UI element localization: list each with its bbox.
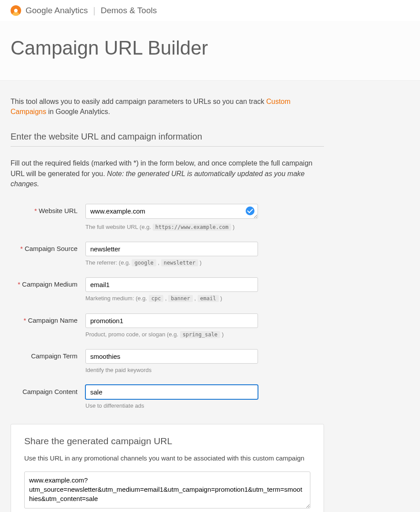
generated-url-textarea[interactable]	[24, 471, 310, 508]
campaign-name-input[interactable]	[85, 313, 258, 328]
campaign-source-label: *Campaign Source	[11, 242, 85, 252]
campaign-name-label: *Campaign Name	[11, 313, 85, 324]
app-header: Google Analytics | Demos & Tools	[0, 0, 420, 21]
section-heading: Enter the website URL and campaign infor…	[11, 132, 324, 147]
campaign-medium-label: *Campaign Medium	[11, 277, 85, 288]
instructions-text: Fill out the required fields (marked wit…	[11, 158, 324, 189]
campaign-medium-hint: Marketing medium: (e.g. cpc , banner , e…	[85, 295, 258, 302]
brand-separator: |	[93, 6, 96, 16]
campaign-term-label: Campaign Term	[11, 349, 85, 360]
title-area: Campaign URL Builder	[0, 21, 420, 81]
campaign-content-label: Campaign Content	[11, 385, 85, 395]
intro-text: This tool allows you to easily add campa…	[11, 96, 324, 117]
share-box: Share the generated campaign URL Use thi…	[11, 424, 324, 512]
brand-subtitle: Demos & Tools	[101, 6, 157, 15]
campaign-term-hint: Identify the paid keywords	[85, 366, 258, 374]
page-title: Campaign URL Builder	[11, 37, 409, 59]
website-url-input[interactable]	[85, 204, 258, 219]
campaign-medium-input[interactable]	[85, 277, 258, 292]
website-url-label: *Website URL	[11, 204, 85, 214]
share-desc: Use this URL in any promotional channels…	[24, 454, 310, 462]
ga-logo-icon	[11, 5, 21, 16]
campaign-source-hint: The referrer: (e.g. google , newsletter …	[85, 259, 258, 267]
brand-text: Google Analytics	[26, 6, 88, 15]
campaign-content-hint: Use to differentiate ads	[85, 402, 258, 410]
website-url-hint: The full website URL (e.g. https://www.e…	[85, 223, 258, 231]
campaign-source-input[interactable]	[85, 242, 258, 256]
checkmark-icon	[246, 206, 254, 215]
campaign-name-hint: Product, promo code, or slogan (e.g. spr…	[85, 331, 258, 339]
campaign-content-input[interactable]	[85, 385, 258, 399]
campaign-term-input[interactable]	[85, 349, 258, 364]
share-title: Share the generated campaign URL	[24, 436, 310, 446]
